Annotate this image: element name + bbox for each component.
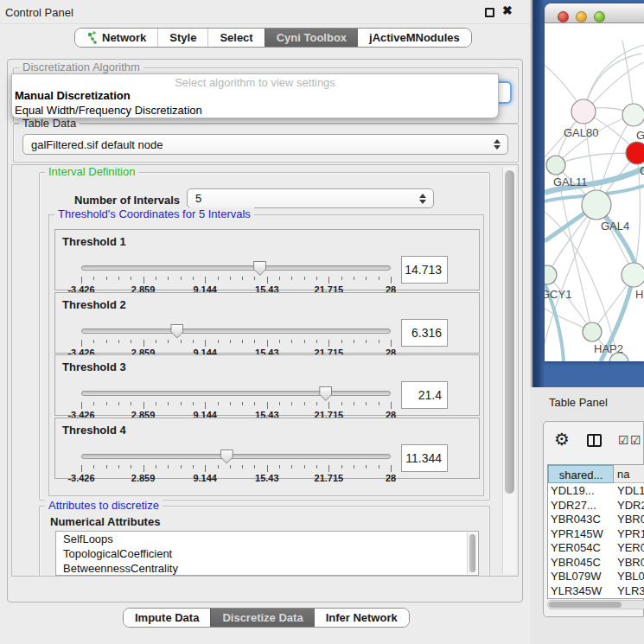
network-icon (86, 31, 98, 44)
table-row[interactable]: YLR345WYLR3 (548, 583, 644, 598)
tick-mark (341, 402, 342, 405)
tab-select[interactable]: Select (207, 29, 264, 47)
table-data-combobox[interactable]: galFiltered.sif default node (22, 134, 508, 155)
gear-icon[interactable]: ⚙ (554, 429, 570, 450)
checkbox-checked-icon[interactable]: ☑ (630, 433, 641, 447)
slider-track[interactable] (81, 328, 391, 334)
network-edge (556, 153, 637, 165)
algorithm-option[interactable]: Equal Width/Frequency Discretization (15, 104, 202, 117)
tick-mark (205, 277, 206, 284)
checkbox-checked-icon[interactable]: ☑ (618, 433, 629, 447)
network-node-ga[interactable] (622, 104, 644, 126)
numerical-attributes-list[interactable]: SelfLoopsTopologicalCoefficientBetweenne… (55, 531, 479, 576)
close-traffic-light-icon[interactable] (558, 11, 569, 22)
tick-label: 21.715 (315, 473, 344, 483)
slider-thumb[interactable] (253, 261, 266, 276)
table-row[interactable]: YER054CYER0 (548, 540, 644, 555)
tab-infer-network[interactable]: Infer Network (315, 609, 409, 627)
threshold-value-field[interactable]: 6.316 (401, 319, 448, 347)
table-row[interactable]: YPR145WYPR1 (548, 526, 644, 541)
table-row[interactable]: YBR045CYBR0 (548, 555, 644, 570)
network-node-gal4[interactable] (582, 190, 611, 220)
number-of-intervals-combobox[interactable]: 5 (187, 188, 434, 208)
table-row[interactable]: YBR043CYBR0 (548, 512, 644, 526)
tick-mark (193, 402, 194, 405)
network-canvas[interactable]: GAL80GACGAL11GAL4GCY1HHAP2 (545, 23, 644, 361)
tick-mark (156, 465, 156, 469)
attribute-list-item[interactable]: BetweennessCentrality (56, 561, 478, 576)
network-node-gal80[interactable] (571, 99, 596, 124)
tick-mark (143, 402, 144, 409)
network-node-gal11[interactable] (546, 156, 565, 175)
node-attribute-table[interactable]: shared...na YDL19...YDL1YDR27...YDR2YBR0… (547, 464, 644, 599)
table-row[interactable]: YDR27...YDR2 (548, 498, 644, 513)
slider-track[interactable] (81, 391, 391, 396)
slider-thumb-face (254, 262, 265, 275)
network-node-h[interactable] (622, 263, 644, 287)
threshold-slider-4[interactable]: -3.4262.8599.14415.4321.71528 (81, 450, 391, 479)
slider-thumb[interactable] (220, 450, 233, 464)
table-row[interactable]: YDL19...YDL1 (548, 483, 644, 498)
close-icon[interactable]: ✖ (502, 3, 513, 17)
table-row[interactable]: YBL079WYBL0 (548, 569, 644, 583)
minimize-traffic-light-icon[interactable] (576, 11, 587, 22)
tick-mark (379, 402, 379, 405)
network-view-window[interactable]: GAL80GACGAL11GAL4GCY1HHAP2 (545, 3, 644, 361)
tab-label: Cyni Toolbox (277, 31, 347, 44)
slider-tick-labels: -3.4262.8599.14415.4321.71528 (81, 473, 391, 483)
network-node-gcy1[interactable] (545, 265, 557, 284)
attributes-list-scrollbar[interactable] (467, 532, 477, 574)
table-row[interactable]: YIL052CYIL0 (548, 597, 644, 599)
network-node-c[interactable] (626, 142, 644, 164)
threshold-slider-2[interactable]: -3.4262.8599.14415.4321.71528 (81, 324, 391, 354)
slider-thumb-face (171, 325, 182, 338)
tick-mark (106, 465, 107, 469)
tab-impute-data[interactable]: Impute Data (124, 609, 210, 627)
slider-thumb-face (221, 450, 233, 463)
slider-track[interactable] (81, 454, 391, 459)
zoom-traffic-light-icon[interactable] (594, 11, 605, 22)
tick-mark (379, 465, 379, 469)
tab-jactivemnodules[interactable]: jActiveMNodules (358, 29, 471, 47)
slider-thumb[interactable] (319, 386, 332, 401)
column-header-2[interactable]: na (614, 465, 644, 483)
cell-name: YER0 (617, 540, 644, 555)
tick-mark (391, 277, 392, 284)
float-window-icon[interactable] (485, 8, 494, 17)
table-panel-box: ⚙ ☑ ☑ shared...na YDL19...YDL1YDR27...YD… (543, 421, 644, 617)
threshold-value-field[interactable]: 14.713 (401, 256, 448, 284)
table-toolbar: ⚙ ☑ ☑ (544, 422, 643, 460)
cell-shared-name: YPR145W (551, 526, 613, 541)
tick-mark (391, 402, 392, 409)
cell-shared-name: YDR27... (551, 498, 613, 513)
slider-thumb[interactable] (170, 324, 183, 339)
network-node-label: C (640, 164, 644, 177)
split-columns-icon[interactable] (587, 434, 602, 447)
threshold-slider-3[interactable]: -3.4262.8599.14415.4321.71528 (81, 386, 391, 416)
tick-mark (291, 402, 292, 405)
tab-style[interactable]: Style (157, 29, 207, 47)
slider-track[interactable] (81, 265, 391, 271)
cell-shared-name: YBR043C (551, 512, 613, 526)
tick-mark (181, 465, 182, 469)
tick-mark (230, 465, 231, 469)
cell-shared-name: YIL052C (551, 597, 613, 599)
threshold-slider-1[interactable]: -3.4262.8599.14415.4321.71528 (81, 261, 391, 290)
threshold-value-field[interactable]: 21.4 (401, 381, 448, 409)
settings-vertical-scrollbar[interactable] (502, 167, 516, 574)
column-header-1[interactable]: shared... (548, 465, 614, 483)
threshold-value-field[interactable]: 11.344 (401, 444, 448, 472)
tick-mark (230, 277, 231, 280)
algorithm-option[interactable]: Manual Discretization (15, 89, 131, 102)
table-horizontal-scrollbar[interactable] (547, 600, 644, 609)
tab-cyni-toolbox[interactable]: Cyni Toolbox (265, 29, 358, 47)
tab-label: Select (220, 31, 252, 44)
tab-network[interactable]: Network (75, 29, 157, 47)
network-node-hap2[interactable] (583, 322, 602, 341)
tab-discretize-data[interactable]: Discretize Data (210, 609, 314, 627)
panel-title: Control Panel (5, 6, 73, 19)
attribute-list-item[interactable]: TopologicalCoefficient (56, 546, 478, 561)
attribute-list-item[interactable]: SelfLoops (56, 532, 478, 546)
interval-definition-group: Interval Definition Number of Intervals … (39, 172, 490, 501)
network-window-titlebar[interactable] (545, 3, 644, 23)
